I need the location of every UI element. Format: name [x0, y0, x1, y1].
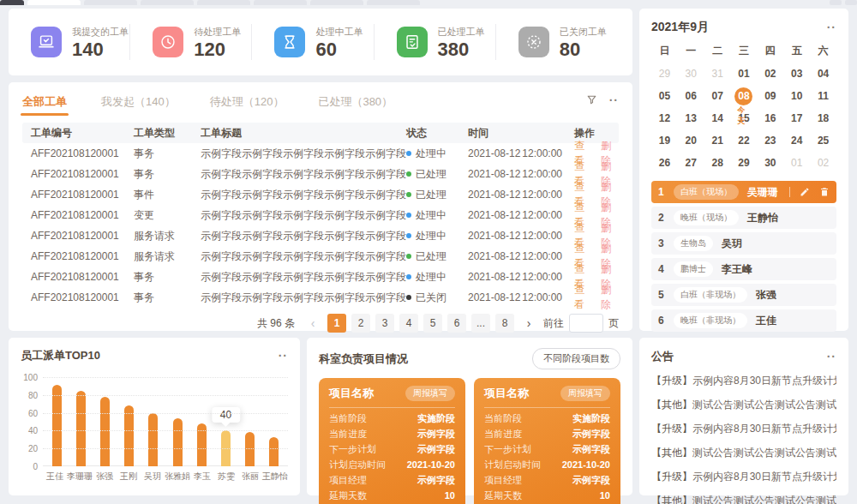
calendar-day[interactable]: 25 今天	[810, 129, 836, 152]
duty-row[interactable]: 1 白班（现场） 吴珊珊	[651, 181, 836, 203]
prev-page-button[interactable]: ‹	[303, 314, 322, 333]
calendar-day[interactable]: 26 今天	[651, 152, 678, 174]
calendar-day[interactable]: 01 今天	[783, 152, 810, 174]
bar[interactable]	[117, 377, 141, 466]
calendar-day[interactable]: 11 今天	[810, 85, 836, 107]
project-card[interactable]: 项目名称 周报填写 当前阶段 实施阶段	[474, 378, 620, 504]
window-button[interactable]	[845, 0, 857, 5]
calendar-day[interactable]: 31 今天	[704, 63, 731, 85]
calendar-day[interactable]: 03 今天	[783, 63, 810, 85]
page-button[interactable]: 5	[423, 314, 442, 333]
duty-row[interactable]: 3 生物岛 吴玥	[651, 232, 836, 255]
weekly-report-badge[interactable]: 周报填写	[560, 386, 610, 401]
calendar-day[interactable]: 21 今天	[704, 129, 731, 152]
calendar-day[interactable]: 18 今天	[810, 107, 836, 129]
table-header: 工单编号 工单类型 工单标题 状态 时间 操作	[22, 123, 619, 143]
bar[interactable]	[93, 377, 117, 466]
duty-row[interactable]: 2 晚班（现场） 王静怡	[651, 207, 836, 229]
project-card[interactable]: 项目名称 周报填写 当前阶段 实施阶段	[319, 378, 465, 504]
calendar-day[interactable]: 27 今天	[678, 152, 704, 174]
page-button[interactable]: 6	[447, 314, 466, 333]
announcement-item[interactable]: 【升级】示例内容8月30日新节点升级计划通知	[651, 374, 836, 388]
calendar-day[interactable]: 09 今天	[757, 85, 783, 107]
more-icon[interactable]: ··	[827, 353, 836, 360]
calendar-day[interactable]: 13 今天	[678, 107, 704, 129]
next-page-button[interactable]: ›	[519, 314, 538, 333]
page-button[interactable]: 8	[495, 314, 514, 333]
worklist-tab[interactable]: 已处理（380）	[318, 94, 393, 110]
bar[interactable]	[189, 377, 213, 466]
calendar-day[interactable]: 14 今天	[704, 107, 731, 129]
calendar-day[interactable]: 30 今天	[678, 63, 704, 85]
page-jump-input[interactable]	[569, 314, 603, 333]
calendar-day[interactable]: 23 今天	[757, 129, 783, 152]
calendar-day[interactable]: 04 今天	[810, 63, 836, 85]
page-button[interactable]: ...	[471, 314, 490, 333]
calendar-day[interactable]: 29 今天	[731, 152, 758, 174]
goto-label: 前往	[543, 316, 564, 331]
bar-chart-category-label: 张雅娟	[165, 471, 190, 483]
top-tab[interactable]	[141, 0, 194, 5]
stage-count-button[interactable]: 不同阶段项目数	[532, 348, 620, 369]
announcement-item[interactable]: 【升级】示例内容8月30日新节点升级计划通知	[651, 470, 836, 484]
bar[interactable]	[262, 377, 286, 466]
bar[interactable]	[45, 377, 69, 466]
bar[interactable]: 40	[213, 377, 237, 466]
filter-icon[interactable]	[586, 94, 597, 105]
calendar-day[interactable]: 17 今天	[783, 107, 810, 129]
top-tab[interactable]	[0, 0, 24, 5]
calendar-day[interactable]: 29 今天	[651, 63, 678, 85]
announcement-item[interactable]: 【其他】测试公告测试公告测试公告测试公告测试公告	[651, 494, 836, 504]
page-button[interactable]: 4	[399, 314, 418, 333]
page-button[interactable]: 2	[351, 314, 370, 333]
calendar-day[interactable]: 01 今天	[731, 63, 758, 85]
trash-icon[interactable]	[819, 187, 830, 197]
delete-link[interactable]: 删除	[601, 283, 619, 312]
more-icon[interactable]: ··	[279, 352, 288, 359]
bar[interactable]	[238, 377, 262, 466]
calendar-day[interactable]: 10 今天	[783, 85, 810, 107]
top-tab[interactable]	[367, 0, 420, 5]
window-button[interactable]	[830, 0, 842, 5]
calendar-day[interactable]: 05 今天	[651, 85, 678, 107]
calendar-day[interactable]: 07 今天	[704, 85, 731, 107]
announcement-item[interactable]: 【升级】示例内容8月30日新节点升级计划通知	[651, 422, 836, 436]
page-button[interactable]: 1	[327, 314, 346, 333]
duty-row[interactable]: 6 晚班（非现场） 王佳	[651, 309, 836, 332]
view-link[interactable]: 查看	[574, 283, 592, 312]
worklist-tab[interactable]: 我发起（140）	[101, 94, 176, 110]
worklist-tab[interactable]: 全部工单	[22, 94, 67, 110]
top-tab[interactable]	[27, 0, 81, 5]
weekly-report-badge[interactable]: 周报填写	[405, 386, 455, 401]
announcement-item[interactable]: 【其他】测试公告测试公告测试公告测试公告测试公告	[651, 398, 836, 412]
calendar-day[interactable]: 16 今天	[757, 107, 783, 129]
calendar-day[interactable]: 12 今天	[651, 107, 678, 129]
duty-row[interactable]: 4 鹏博士 李王峰	[651, 258, 836, 280]
calendar-day[interactable]: 08 今天	[731, 85, 758, 107]
more-icon[interactable]: ··	[609, 97, 619, 104]
calendar-day[interactable]: 24 今天	[783, 129, 810, 152]
calendar-day[interactable]: 30 今天	[757, 152, 783, 174]
top-tab[interactable]	[254, 0, 307, 5]
status-text: 已处理	[416, 249, 446, 264]
bar[interactable]	[165, 377, 189, 466]
calendar-day[interactable]: 19 今天	[651, 129, 678, 152]
calendar-day[interactable]: 02 今天	[810, 152, 836, 174]
duty-row[interactable]: 5 白班（非现场） 张强	[651, 284, 836, 306]
top-tab[interactable]	[310, 0, 363, 5]
calendar-day[interactable]: 06 今天	[678, 85, 704, 107]
bar[interactable]	[69, 377, 93, 466]
more-icon[interactable]: ··	[827, 24, 836, 31]
calendar-day[interactable]: 02 今天	[757, 63, 783, 85]
top-tab[interactable]	[197, 0, 250, 5]
calendar-day[interactable]: 20 今天	[678, 129, 704, 152]
chart-tooltip: 40	[212, 407, 240, 423]
calendar-day[interactable]: 22 今天	[731, 129, 758, 152]
announcement-item[interactable]: 【其他】测试公告测试公告测试公告测试公告测试公告	[651, 446, 836, 460]
edit-icon[interactable]	[800, 187, 810, 197]
bar[interactable]	[141, 377, 165, 466]
top-tab[interactable]	[84, 0, 137, 5]
worklist-tab[interactable]: 待处理（120）	[210, 94, 285, 110]
page-button[interactable]: 3	[375, 314, 394, 333]
calendar-day[interactable]: 28 今天	[704, 152, 731, 174]
